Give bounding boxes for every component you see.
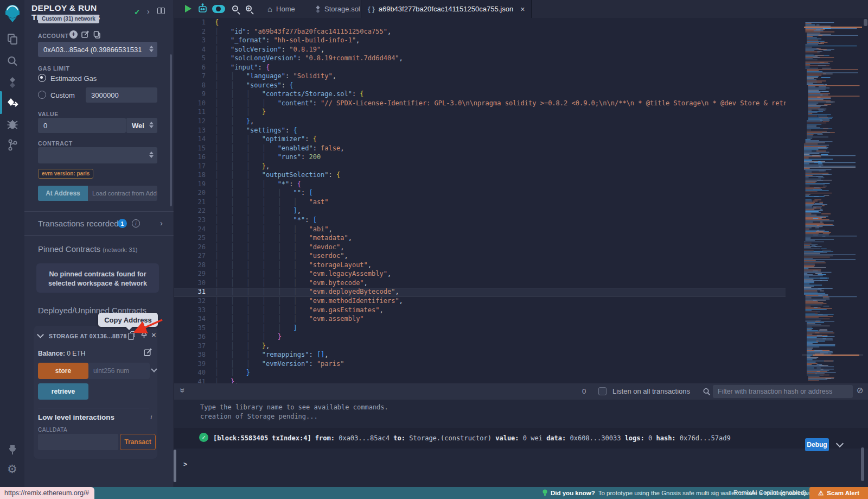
zoom-out-icon[interactable]: − bbox=[232, 5, 238, 11]
home-icon: ⌂ bbox=[267, 4, 272, 14]
line-number: 16 bbox=[174, 153, 206, 162]
ai-assistant-icon[interactable] bbox=[197, 3, 208, 16]
zoom-in-icon[interactable]: + bbox=[246, 5, 252, 11]
minimap[interactable] bbox=[802, 18, 863, 383]
listen-label: Listen on all transactions bbox=[612, 387, 690, 395]
line-number: 8 bbox=[174, 81, 206, 90]
code-line: │ │ │ }, bbox=[215, 162, 786, 171]
transaction-filter-input[interactable]: Filter with transaction hash or address bbox=[713, 385, 853, 398]
pin-panel-icon[interactable] bbox=[157, 8, 165, 14]
code-line: │ │ │ │ "content": "// SPDX-License-Iden… bbox=[215, 99, 786, 108]
tab-build-info-json[interactable]: { } a69b43f277ba20fcac141151250ca755.jso… bbox=[361, 0, 532, 18]
pin-contract-icon[interactable] bbox=[140, 330, 148, 341]
code-line: │ │ │ "contracts/Storage.sol": { bbox=[215, 90, 786, 99]
contract-label: CONTRACT bbox=[38, 140, 73, 147]
editor-scrollbar[interactable] bbox=[864, 19, 867, 26]
contract-instance-title: STORAGE AT 0X136...8B78 bbox=[49, 333, 127, 339]
panel-expand-icon[interactable]: › bbox=[147, 7, 150, 16]
search-icon[interactable] bbox=[0, 55, 24, 70]
listen-checkbox[interactable] bbox=[598, 387, 607, 395]
code-editor[interactable]: 1234567891011121314151617181920212223242… bbox=[174, 18, 868, 383]
retrieve-button[interactable]: retrieve bbox=[38, 383, 88, 400]
line-number: 5 bbox=[174, 54, 206, 63]
edit-balance-icon[interactable] bbox=[144, 348, 152, 359]
transact-button[interactable]: Transact bbox=[120, 434, 156, 450]
line-number: 40 bbox=[174, 368, 206, 377]
custom-gas-input[interactable]: 3000000 bbox=[86, 87, 157, 103]
code-line: │ │ "language": "Solidity", bbox=[215, 72, 786, 81]
edit-account-icon[interactable] bbox=[81, 30, 90, 41]
code-line: │ │ │ │ "*": { bbox=[215, 180, 786, 189]
transactions-expand-icon[interactable]: › bbox=[160, 218, 163, 228]
panel-scrollbar[interactable] bbox=[170, 54, 172, 206]
line-number: 11 bbox=[174, 108, 206, 117]
store-button[interactable]: store bbox=[38, 363, 88, 379]
code-line: │ │ "sources": { bbox=[215, 81, 786, 90]
calldata-input[interactable] bbox=[38, 434, 118, 450]
terminal[interactable]: Type the library name to see available c… bbox=[174, 400, 868, 487]
tab-storage-sol[interactable]: Storage.sol bbox=[309, 0, 367, 18]
tab-home[interactable]: ⌂ Home bbox=[261, 0, 302, 18]
line-number: 39 bbox=[174, 359, 206, 369]
at-address-input[interactable]: Load contract from Addre bbox=[88, 186, 157, 201]
line-number: 6 bbox=[174, 63, 206, 72]
vertical-icon-panel: ⚙ bbox=[0, 0, 24, 487]
line-number: 13 bbox=[174, 126, 206, 135]
close-tab-icon[interactable]: × bbox=[520, 5, 525, 14]
line-number: 30 bbox=[174, 279, 206, 288]
code-line: │ │ │ "remappings": [], bbox=[215, 350, 786, 359]
line-number: 7 bbox=[174, 72, 206, 81]
estimated-gas-radio[interactable] bbox=[38, 74, 46, 82]
deployed-contract-card: STORAGE AT 0X136...8B78 × Balance: 0 ETH… bbox=[34, 326, 157, 459]
remove-contract-icon[interactable]: × bbox=[151, 330, 156, 339]
info-icon[interactable]: i bbox=[132, 219, 140, 228]
contract-select[interactable] bbox=[38, 147, 157, 163]
deploy-run-icon[interactable] bbox=[0, 97, 24, 112]
active-plugin-indicator bbox=[0, 91, 2, 114]
unit-stepper-icon[interactable] bbox=[149, 122, 154, 128]
terminal-header: « 0 Listen on all transactions Filter wi… bbox=[174, 383, 868, 400]
contract-stepper-icon[interactable] bbox=[149, 151, 154, 158]
plugin-manager-icon[interactable] bbox=[0, 444, 24, 458]
collapse-terminal-icon[interactable]: « bbox=[177, 388, 187, 393]
clear-console-icon[interactable]: ⊘ bbox=[857, 386, 864, 395]
add-account-icon[interactable]: + bbox=[69, 30, 78, 39]
remix-logo-icon[interactable] bbox=[0, 4, 24, 26]
copy-address-icon[interactable] bbox=[130, 331, 135, 337]
store-arg-input[interactable]: uint256 num bbox=[88, 363, 150, 379]
expand-store-icon[interactable] bbox=[151, 366, 157, 372]
at-address-button[interactable]: At Address bbox=[38, 186, 88, 201]
run-script-icon[interactable] bbox=[185, 5, 192, 12]
terminal-scrollbar[interactable] bbox=[861, 447, 864, 481]
low-level-info-icon[interactable]: i bbox=[150, 413, 152, 421]
code-line: │ │ "settings": { bbox=[215, 126, 786, 135]
debugger-icon[interactable] bbox=[0, 118, 24, 132]
debug-button[interactable]: Debug bbox=[805, 438, 829, 451]
value-input[interactable]: 0 bbox=[38, 118, 126, 133]
custom-gas-radio[interactable] bbox=[38, 91, 46, 99]
evm-version-badge: evm version: paris bbox=[38, 169, 93, 179]
solidity-compiler-icon[interactable] bbox=[0, 77, 24, 91]
file-explorer-icon[interactable] bbox=[0, 33, 24, 47]
line-number: 17 bbox=[174, 162, 206, 171]
account-stepper-icon[interactable] bbox=[149, 46, 154, 52]
line-number: 22 bbox=[174, 206, 206, 216]
collapse-contract-icon[interactable] bbox=[37, 331, 44, 338]
scam-alert-button[interactable]: ⚠ Scam Alert bbox=[809, 487, 868, 499]
line-number: 38 bbox=[174, 350, 206, 359]
copilot-toggle[interactable] bbox=[212, 5, 225, 13]
code-line: │ │ }, bbox=[215, 117, 786, 126]
settings-gear-icon[interactable]: ⚙ bbox=[0, 463, 24, 476]
git-branch-icon[interactable] bbox=[0, 138, 24, 154]
line-number: 23 bbox=[174, 216, 206, 225]
divider bbox=[38, 408, 149, 408]
copy-account-icon[interactable] bbox=[93, 31, 101, 41]
copilot-status[interactable]: RemixAI Copilot (enabled) bbox=[733, 489, 806, 496]
account-select[interactable]: 0xA03...85ac4 (0.39866531531 bbox=[38, 42, 157, 57]
code-line: │ │ │ } bbox=[215, 108, 786, 117]
pinned-contracts-title: Pinned Contracts (network: 31) bbox=[38, 244, 137, 254]
code-line: │ │ │ │ │ "": [ bbox=[215, 188, 786, 198]
transaction-log[interactable]: [block:5583405 txIndex:4] from: 0xa03...… bbox=[213, 434, 731, 442]
code-line: │ │ │ │ │ ], bbox=[215, 206, 786, 216]
splitter-handle[interactable] bbox=[174, 450, 176, 482]
